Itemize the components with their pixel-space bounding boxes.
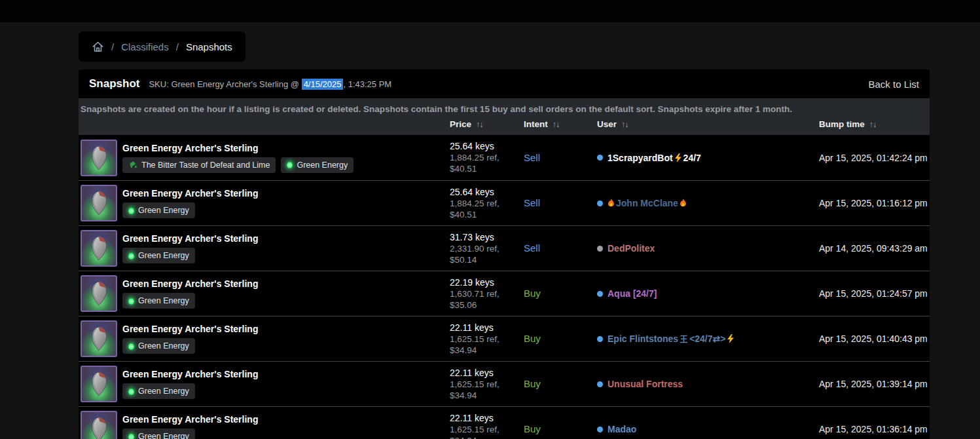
item-image[interactable] [81, 230, 117, 267]
online-status-dot [597, 200, 603, 206]
online-status-dot [597, 291, 603, 297]
tag-label: Green Energy [138, 206, 189, 215]
table-row: Green Energy Archer's Sterling Green Ene… [79, 271, 930, 316]
breadcrumb-separator: / [111, 41, 114, 52]
tag-label: Green Energy [297, 161, 348, 170]
intent-link[interactable]: Buy [524, 333, 541, 344]
arrowhead-item-sprite [83, 233, 115, 264]
sort-icon[interactable]: ↑↓ [621, 120, 628, 129]
user-cell: 1ScrapyardBot 24/7 [597, 153, 819, 163]
user-link[interactable]: Aqua [24/7] [608, 288, 657, 299]
column-header-user[interactable]: User↑↓ [597, 119, 819, 129]
effect-tag[interactable]: Green Energy [122, 383, 195, 399]
paint-can-icon [128, 161, 137, 170]
item-image[interactable] [81, 366, 117, 402]
user-link[interactable]: 1ScrapyardBot 24/7 [608, 153, 701, 163]
user-link[interactable]: Epic Flintstones <24/7⇄> [608, 334, 735, 344]
item-cell: Green Energy Archer's Sterling Green Ene… [81, 320, 450, 357]
user-link[interactable]: John McClane [608, 198, 687, 208]
user-link[interactable]: DedPolitex [608, 243, 655, 254]
arrowhead-item-sprite [83, 323, 115, 354]
arrowhead-item-sprite [83, 368, 115, 400]
effect-tag[interactable]: Green Energy [122, 338, 195, 354]
intent-link[interactable]: Sell [524, 242, 540, 254]
item-info: Green Energy Archer's Sterling Green Ene… [122, 324, 258, 354]
sort-icon[interactable]: ↑↓ [553, 120, 560, 129]
breadcrumb: / Classifieds / Snapshots [79, 31, 245, 62]
user-link[interactable]: Madao [608, 424, 636, 434]
item-tags: Green Energy [122, 293, 258, 309]
tag-label: Green Energy [138, 341, 189, 351]
home-icon[interactable] [92, 41, 104, 53]
arrowhead-item-sprite [83, 187, 115, 219]
lightning-bolt-icon [674, 153, 682, 162]
tag-label: Green Energy [138, 432, 189, 439]
user-cell: DedPolitex [597, 243, 819, 254]
online-status-dot [597, 155, 603, 161]
back-to-list-link[interactable]: Back to List [868, 79, 919, 90]
item-tags: Green Energy [122, 248, 258, 263]
item-tags: Green Energy [122, 338, 258, 354]
effect-tag[interactable]: Green Energy [122, 429, 195, 439]
paint-tag[interactable]: The Bitter Taste of Defeat and Lime [122, 157, 276, 173]
item-tags: Green Energy [122, 383, 258, 399]
tag-label: Green Energy [138, 251, 189, 260]
item-cell: Green Energy Archer's Sterling Green Ene… [81, 230, 450, 267]
item-info: Green Energy Archer's Sterling The Bitte… [122, 143, 354, 173]
intent-link[interactable]: Buy [524, 378, 541, 389]
breadcrumb-link-classifieds[interactable]: Classifieds [121, 41, 169, 52]
effect-tag[interactable]: Green Energy [122, 202, 195, 218]
sort-icon[interactable]: ↑↓ [476, 120, 483, 129]
price-usd: $35.06 [450, 299, 524, 311]
intent-link[interactable]: Buy [524, 288, 541, 299]
particle-effect-icon [128, 388, 134, 395]
price-ref: 1,884.25 ref, [450, 152, 524, 163]
price-usd: $40.51 [450, 163, 524, 174]
item-name: Green Energy Archer's Sterling [122, 414, 258, 425]
effect-tag[interactable]: Green Energy [281, 157, 354, 173]
intent-link[interactable]: Sell [524, 152, 540, 163]
item-cell: Green Energy Archer's Sterling Green Ene… [81, 275, 450, 312]
sort-icon[interactable]: ↑↓ [869, 120, 877, 129]
price-keys: 22.11 keys [450, 322, 524, 334]
column-header-intent[interactable]: Intent↑↓ [524, 119, 597, 129]
price-ref: 1,884.25 ref, [450, 198, 524, 209]
item-image[interactable] [81, 275, 117, 312]
intent-link[interactable]: Sell [524, 197, 540, 208]
table-row: Green Energy Archer's Sterling Green Ene… [79, 406, 930, 439]
user-cell: Unusual Fortress [597, 379, 819, 389]
price-keys: 22.11 keys [450, 413, 524, 424]
particle-effect-icon [128, 297, 134, 305]
price-usd: $50.14 [450, 254, 524, 265]
snapshot-card: Snapshot SKU: Green Energy Archer's Ster… [79, 69, 930, 439]
online-status-dot [597, 336, 603, 342]
item-name: Green Energy Archer's Sterling [122, 278, 258, 289]
price-cell: 22.11 keys 1,625.15 ref, $34.94 [450, 368, 524, 401]
page-title: Snapshot [89, 77, 139, 90]
item-cell: Green Energy Archer's Sterling Green Ene… [81, 366, 450, 402]
intent-link[interactable]: Buy [524, 423, 541, 434]
price-ref: 1,625.15 ref, [450, 424, 524, 435]
particle-effect-icon [128, 252, 134, 259]
column-header-price[interactable]: Price↑↓ [450, 119, 524, 129]
bump-time: Apr 15, 2025, 01:42:24 pm [819, 153, 930, 163]
effect-tag[interactable]: Green Energy [122, 248, 195, 263]
particle-effect-icon [128, 207, 134, 214]
price-cell: 22.11 keys 1,625.15 ref, $34.94 [450, 413, 524, 439]
item-image[interactable] [81, 140, 117, 176]
table-row: Green Energy Archer's Sterling The Bitte… [79, 135, 930, 180]
intent-cell: Sell [524, 242, 597, 254]
item-image[interactable] [81, 411, 117, 439]
effect-tag[interactable]: Green Energy [122, 293, 195, 309]
item-image[interactable] [81, 320, 117, 357]
sku-date-highlight: 4/15/2025 [302, 79, 344, 90]
sku-text: SKU: Green Energy Archer's Sterling @ 4/… [149, 79, 391, 89]
user-cell: Aqua [24/7] [597, 288, 819, 299]
user-link[interactable]: Unusual Fortress [608, 379, 683, 389]
bump-time: Apr 15, 2025, 01:24:57 pm [819, 288, 930, 299]
column-header-bump-time[interactable]: Bump time↑↓ [819, 119, 930, 129]
item-info: Green Energy Archer's Sterling Green Ene… [122, 369, 258, 399]
item-image[interactable] [81, 185, 117, 221]
bump-time: Apr 15, 2025, 01:36:14 pm [819, 424, 930, 434]
table-column-headers: Price↑↓ Intent↑↓ User↑↓ Bump time↑↓ [79, 115, 930, 135]
